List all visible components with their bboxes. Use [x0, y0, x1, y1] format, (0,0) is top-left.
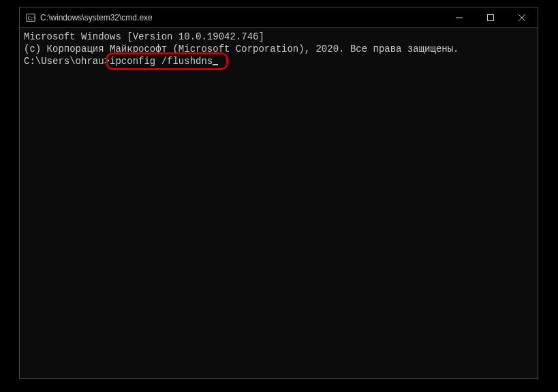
maximize-button[interactable]: [475, 7, 506, 27]
cmd-window: C:\ C:\windows\system32\cmd.exe Microsof…: [19, 7, 538, 379]
cmd-icon: C:\: [25, 12, 36, 23]
titlebar[interactable]: C:\ C:\windows\system32\cmd.exe: [20, 7, 538, 28]
cursor-icon: [213, 64, 218, 65]
svg-text:C:\: C:\: [28, 15, 35, 20]
close-button[interactable]: [506, 7, 538, 27]
titlebar-left: C:\ C:\windows\system32\cmd.exe: [20, 12, 153, 23]
minimize-button[interactable]: [444, 7, 475, 27]
prompt-line: C:\Users\ohrau>ipconfig /flushdns: [24, 55, 533, 67]
command-text: ipconfig /flushdns: [110, 56, 213, 67]
window-controls: [444, 7, 538, 27]
svg-rect-3: [488, 14, 494, 20]
version-line: Microsoft Windows [Version 10.0.19042.74…: [24, 31, 533, 43]
copyright-line: (c) Корпорация Майкрософт (Microsoft Cor…: [24, 43, 533, 55]
window-title: C:\windows\system32\cmd.exe: [40, 13, 153, 22]
terminal-content[interactable]: Microsoft Windows [Version 10.0.19042.74…: [20, 28, 538, 378]
prompt-text: C:\Users\ohrau>: [24, 56, 110, 67]
